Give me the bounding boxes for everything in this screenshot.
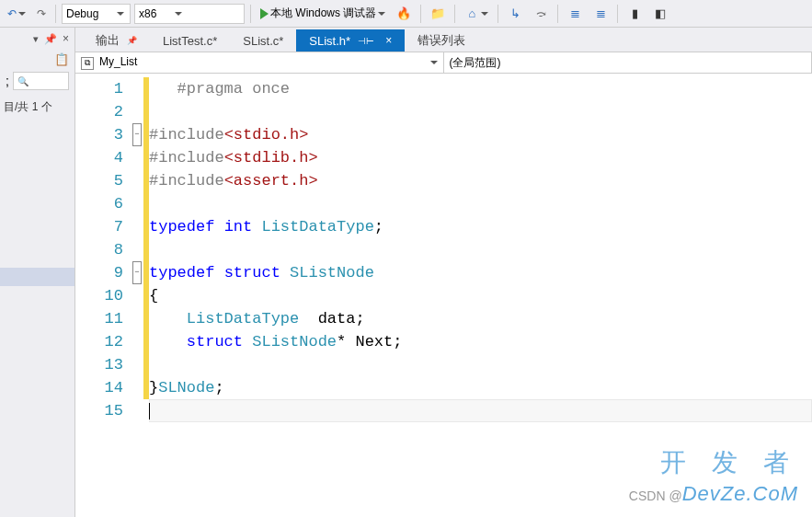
line-number-gutter: 123456789101112131415 [75, 74, 131, 517]
code-line[interactable]: #include<stdio.h> [149, 123, 812, 146]
pin-icon[interactable]: ⊣⊢ [358, 36, 374, 46]
line-number: 8 [75, 238, 131, 261]
pin-icon[interactable]: 📌 [127, 36, 137, 45]
toolbar-separator [55, 5, 56, 23]
code-line[interactable]: ListDataType data; [149, 307, 812, 330]
platform-dropdown[interactable]: x86 [134, 4, 245, 24]
toolbar-separator [454, 5, 455, 23]
code-line[interactable] [149, 353, 812, 376]
main-toolbar: ↶ ↷ Debug x86 本地 Windows 调试器 🔥 📁 ⌂ ↳ ⤼ ≣… [0, 0, 812, 28]
fold-cell[interactable]: − [131, 123, 143, 146]
list-icon: ≣ [593, 6, 608, 21]
bookmark-icon: ▮ [627, 6, 642, 21]
start-debug-button[interactable]: 本地 Windows 调试器 [257, 4, 389, 23]
toolbar-separator [617, 5, 618, 23]
line-number: 4 [75, 146, 131, 169]
project-scope-dropdown[interactable]: ⧉My_List [75, 52, 444, 73]
code-line[interactable]: typedef struct SListNode [149, 261, 812, 284]
toolbar-separator [557, 5, 558, 23]
undo-icon: ↶ [7, 7, 17, 20]
redo-button[interactable]: ↷ [33, 6, 50, 22]
navigation-bar: ⧉My_List (全局范围) [75, 52, 812, 74]
left-panel-toolbar: 📋 [0, 50, 74, 68]
format2-button[interactable]: ≣ [589, 5, 612, 23]
hot-reload-button[interactable]: 🔥 [393, 5, 415, 23]
left-panel-selected-item[interactable] [0, 268, 74, 286]
redo-icon: ↷ [37, 7, 46, 20]
line-number: 2 [75, 100, 131, 123]
code-line[interactable]: }SLNode; [149, 376, 812, 399]
code-line[interactable]: typedef int ListDataType; [149, 215, 812, 238]
step-over-button[interactable]: ↳ [504, 5, 526, 23]
search-input[interactable] [13, 72, 69, 90]
watermark-text: 开 发 者 [660, 445, 798, 480]
fold-cell [131, 353, 143, 376]
chevron-down-icon [481, 12, 488, 16]
editor-tab[interactable]: ListTest.c* [150, 29, 230, 52]
project-scope-label: My_List [99, 55, 137, 68]
main-area: 输出📌ListTest.c*SList.c*SList.h*⊣⊢×错误列表 ⧉M… [75, 28, 812, 517]
close-icon[interactable]: × [385, 34, 392, 47]
panel-options-button[interactable]: ▾ [33, 33, 39, 45]
fold-cell [131, 215, 143, 238]
code-line[interactable]: struct SListNode* Next; [149, 330, 812, 353]
undo-button[interactable]: ↶ [4, 6, 29, 22]
code-line[interactable]: #pragma once [149, 77, 812, 100]
code-line[interactable]: #include<stdlib.h> [149, 146, 812, 169]
configuration-dropdown[interactable]: Debug [62, 4, 131, 24]
left-panel-search-row: ; [0, 68, 74, 94]
fold-toggle-icon[interactable]: − [132, 123, 142, 146]
code-line[interactable] [149, 238, 812, 261]
chevron-down-icon [18, 12, 26, 16]
format-button[interactable]: ≣ [564, 5, 586, 23]
left-panel-header: ▾ 📌 × [0, 28, 74, 50]
play-icon [260, 8, 269, 19]
folder-icon: 📁 [430, 6, 445, 21]
line-number: 9 [75, 261, 131, 284]
fold-cell [131, 77, 143, 100]
toolbar-separator [420, 5, 421, 23]
start-debug-label: 本地 Windows 调试器 [270, 6, 376, 21]
code-line[interactable]: { [149, 284, 812, 307]
editor-tab[interactable]: 错误列表 [405, 29, 478, 52]
line-number: 10 [75, 284, 131, 307]
bookmark-button[interactable]: ▮ [623, 5, 646, 23]
open-folder-button[interactable]: 📁 [427, 5, 449, 23]
code-line[interactable] [149, 100, 812, 123]
step-into-button[interactable]: ⤼ [530, 5, 552, 23]
line-number: 14 [75, 376, 131, 399]
fold-cell[interactable]: − [131, 261, 143, 284]
fold-cell [131, 307, 143, 330]
copy-icon[interactable]: 📋 [54, 52, 69, 66]
line-number: 12 [75, 330, 131, 353]
watermark-brand: CSDN @DevZe.CoM [629, 482, 798, 506]
close-icon[interactable]: × [63, 32, 69, 45]
toolbar-separator [497, 5, 498, 23]
code-line[interactable] [149, 192, 812, 215]
platform-dropdown-label: x86 [139, 7, 156, 20]
editor-tab[interactable]: 输出📌 [83, 29, 150, 52]
code-line[interactable]: #include<assert.h> [149, 169, 812, 192]
tab-label: 输出 [96, 32, 120, 49]
chevron-down-icon [117, 12, 124, 16]
editor-tab[interactable]: SList.c* [230, 29, 296, 52]
member-scope-dropdown[interactable]: (全局范围) [444, 52, 813, 73]
fold-toggle-icon[interactable]: − [132, 261, 142, 284]
pin-icon[interactable]: 📌 [44, 33, 57, 45]
namespace-icon: ⧉ [81, 57, 94, 70]
left-panel-list [0, 139, 74, 517]
close-search-button[interactable]: ; [6, 74, 9, 88]
fold-cell [131, 284, 143, 307]
bookmark-nav-button[interactable]: ◧ [649, 5, 671, 23]
code-line[interactable] [149, 399, 812, 422]
home-button[interactable]: ⌂ [461, 5, 492, 23]
tab-label: SList.c* [243, 34, 283, 48]
home-icon: ⌂ [464, 6, 479, 21]
line-number: 7 [75, 215, 131, 238]
list-icon: ≣ [567, 6, 582, 21]
fold-cell [131, 330, 143, 353]
editor-tab[interactable]: SList.h*⊣⊢× [296, 29, 405, 52]
fold-cell [131, 100, 143, 123]
line-number: 11 [75, 307, 131, 330]
chevron-down-icon [175, 12, 182, 16]
